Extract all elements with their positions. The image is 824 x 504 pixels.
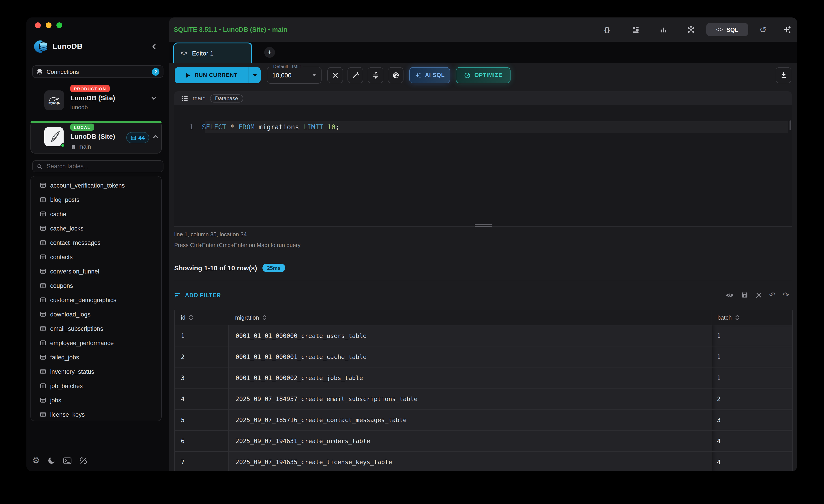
history-icon[interactable]: ↺ xyxy=(758,25,767,34)
cell-migration[interactable]: 0001_01_01_000000_create_users_table xyxy=(229,326,712,346)
export-download-button[interactable] xyxy=(776,67,791,83)
table-row[interactable]: 6 2025_09_07_194631_create_orders_table … xyxy=(175,430,792,452)
run-options-dropdown[interactable] xyxy=(248,67,261,83)
search-input[interactable] xyxy=(46,162,159,170)
sidebar-collapse-icon[interactable] xyxy=(151,43,158,50)
table-list-item[interactable]: employee_performance xyxy=(31,336,161,350)
tab-editor-1[interactable]: <> Editor 1 xyxy=(173,42,252,63)
code-icon: <> xyxy=(716,26,723,33)
sql-view-button[interactable]: <> SQL xyxy=(706,23,748,36)
cell-batch[interactable]: 3 xyxy=(712,409,792,430)
connections-button[interactable]: Connections 2 xyxy=(32,66,164,78)
table-row[interactable]: 2 0001_01_01_000001_create_cache_table 1 xyxy=(175,347,792,368)
table-list-item[interactable]: failed_jobs xyxy=(31,350,161,364)
table-row[interactable]: 3 0001_01_01_000002_create_jobs_table 1 xyxy=(175,368,792,388)
cell-id[interactable]: 3 xyxy=(175,368,229,388)
column-header[interactable]: migration xyxy=(229,310,712,325)
add-filter-button[interactable]: ADD FILTER xyxy=(174,289,221,300)
cell-batch[interactable]: 1 xyxy=(712,326,792,346)
default-limit-select[interactable]: Default LIMIT 10,000 xyxy=(267,67,321,84)
connection-local-active[interactable]: LOCAL LunoDB (Site) 44 main xyxy=(30,121,162,153)
terminal-icon[interactable] xyxy=(63,457,72,464)
cell-id[interactable]: 4 xyxy=(175,388,229,409)
column-header[interactable]: id xyxy=(175,310,229,325)
table-list-item[interactable]: email_subscriptions xyxy=(31,322,161,336)
cell-migration[interactable]: 2025_09_07_184957_create_email_subscript… xyxy=(229,388,712,409)
cell-migration[interactable]: 2025_09_07_194631_create_orders_table xyxy=(229,430,712,451)
magic-wand-button[interactable] xyxy=(347,67,363,83)
cell-migration[interactable]: 0001_01_01_000002_create_jobs_table xyxy=(229,368,712,388)
close-window-button[interactable] xyxy=(35,22,41,28)
clear-query-button[interactable] xyxy=(327,67,343,83)
table-row[interactable]: 7 2025_09_07_194635_create_license_keys_… xyxy=(175,452,792,471)
disconnect-unlink-icon[interactable] xyxy=(79,457,87,465)
table-count-pill[interactable]: 44 xyxy=(126,132,149,143)
theme-palette-button[interactable] xyxy=(388,67,404,83)
cell-migration[interactable]: 2025_09_07_185716_create_contact_message… xyxy=(229,409,712,430)
table-name: cache xyxy=(50,211,66,217)
chart-icon[interactable] xyxy=(659,25,668,34)
cell-id[interactable]: 2 xyxy=(175,347,229,367)
table-list-item[interactable]: account_verification_tokens xyxy=(31,178,161,193)
sql-code-line[interactable]: SELECT * FROM migrations LIMIT 10; xyxy=(202,123,339,131)
cell-id[interactable]: 5 xyxy=(175,409,229,430)
zoom-window-button[interactable] xyxy=(57,22,62,28)
new-tab-button[interactable]: + xyxy=(264,47,275,58)
table-list-item[interactable]: jobs xyxy=(31,393,161,407)
column-header[interactable]: batch xyxy=(712,310,792,325)
editor-scrollbar[interactable] xyxy=(790,120,791,130)
minimize-window-button[interactable] xyxy=(46,22,51,28)
redo-icon[interactable]: ↷ xyxy=(783,290,789,300)
cell-batch[interactable]: 1 xyxy=(712,368,792,388)
table-row[interactable]: 4 2025_09_07_184957_create_email_subscri… xyxy=(175,388,792,409)
table-list-item[interactable]: cache_locks xyxy=(31,221,161,235)
sort-icon[interactable] xyxy=(189,314,193,320)
ai-sql-button[interactable]: AI SQL xyxy=(409,67,450,83)
optimize-button[interactable]: OPTIMIZE xyxy=(456,67,511,83)
table-list-item[interactable]: coupons xyxy=(31,278,161,293)
table-list-item[interactable]: contact_messages xyxy=(31,235,161,250)
table-list-item[interactable]: blog_posts xyxy=(31,193,161,207)
sqlite-icon xyxy=(44,127,64,146)
table-list-item[interactable]: conversion_funnel xyxy=(31,264,161,278)
sort-icon[interactable] xyxy=(735,314,739,320)
sort-icon[interactable] xyxy=(263,314,267,320)
cell-batch[interactable]: 4 xyxy=(712,430,792,451)
table-list-item[interactable]: cache xyxy=(31,207,161,221)
table-list-item[interactable]: license_keys xyxy=(31,407,161,421)
dark-mode-moon-icon[interactable] xyxy=(47,457,56,465)
cell-batch[interactable]: 1 xyxy=(712,347,792,367)
cell-batch[interactable]: 2 xyxy=(712,388,792,409)
connection-production[interactable]: MySQL PRODUCTION LunoDB (Site) lunodb xyxy=(44,89,157,111)
table-list-item[interactable]: inventory_status xyxy=(31,364,161,379)
breadcrumb-schema[interactable]: main xyxy=(193,95,206,102)
resize-handle[interactable] xyxy=(475,224,492,227)
graph-network-icon[interactable] xyxy=(687,25,696,34)
sidebar-footer: ⚙ xyxy=(32,457,87,465)
cell-id[interactable]: 1 xyxy=(175,326,229,346)
cell-migration[interactable]: 0001_01_01_000001_create_cache_table xyxy=(229,347,712,367)
undo-icon[interactable]: ↶ xyxy=(769,290,776,300)
cell-batch[interactable]: 4 xyxy=(712,452,792,471)
save-icon[interactable] xyxy=(741,291,748,298)
view-eye-icon[interactable] xyxy=(725,292,734,298)
run-current-button[interactable]: RUN CURRENT xyxy=(175,67,261,83)
table-list-item[interactable]: download_logs xyxy=(31,307,161,322)
table-row[interactable]: 5 2025_09_07_185716_create_contact_messa… xyxy=(175,409,792,430)
settings-gear-icon[interactable]: ⚙ xyxy=(32,457,40,465)
cell-migration[interactable]: 2025_09_07_194635_create_license_keys_ta… xyxy=(229,452,712,471)
json-braces-icon[interactable]: {} xyxy=(603,25,612,34)
code-editor[interactable]: 1SELECT * FROM migrations LIMIT 10; xyxy=(174,105,792,227)
schema-structure-icon[interactable] xyxy=(631,25,640,34)
ai-sparkles-icon[interactable] xyxy=(782,25,791,34)
table-list-item[interactable]: customer_demographics xyxy=(31,293,161,307)
format-query-button[interactable] xyxy=(368,67,383,83)
cell-id[interactable]: 7 xyxy=(175,452,229,471)
cell-id[interactable]: 6 xyxy=(175,430,229,451)
table-list-item[interactable]: job_batches xyxy=(31,379,161,393)
chevron-up-icon[interactable] xyxy=(153,134,159,140)
table-row[interactable]: 1 0001_01_01_000000_create_users_table 1 xyxy=(175,326,792,347)
table-list-item[interactable]: contacts xyxy=(31,250,161,264)
chevron-down-icon[interactable] xyxy=(151,95,157,101)
discard-x-icon[interactable] xyxy=(755,292,762,298)
